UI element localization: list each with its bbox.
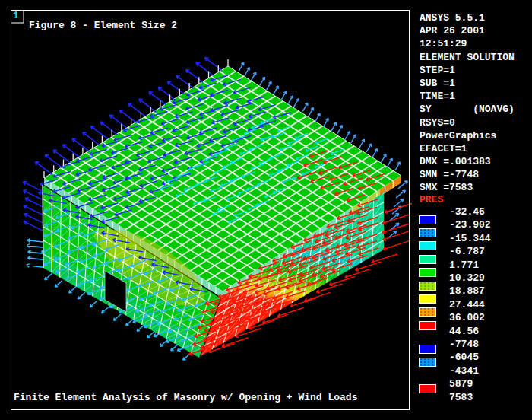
legend-value: 44.56: [449, 326, 479, 336]
legend-swatch: [419, 307, 436, 317]
legend-swatch: [419, 268, 436, 277]
legend-swatch: [419, 321, 436, 330]
legend-swatch: [419, 255, 436, 264]
legend-swatch: [419, 282, 436, 291]
sidebar-line: SMN =-7748: [420, 168, 515, 181]
arrow-field-left-edge-cyan: [27, 239, 45, 268]
legend-swatch: [419, 215, 436, 224]
sidebar-line: ELEMENT SOLUTION: [420, 51, 515, 64]
sidebar-line: SY (NOAVG): [420, 103, 515, 116]
sidebar-line: EFACET=1: [420, 142, 515, 155]
legend-value: 1.771: [449, 260, 479, 270]
legend-swatch: [419, 345, 436, 354]
legend-value: 7583: [449, 393, 473, 402]
legend-swatch: [419, 228, 436, 237]
legend-value: 10.329: [449, 273, 485, 283]
legend-swatch: [419, 294, 436, 304]
legend-value: 5879: [449, 379, 473, 389]
legend-value: -6045: [449, 352, 479, 362]
legend-value: -23.902: [449, 220, 491, 230]
info-sidebar: ANSYS 5.5.1APR 26 200112:51:29ELEMENT SO…: [420, 11, 515, 195]
legend-value: -32.46: [449, 207, 485, 217]
figure-title: Figure 8 - Element Size 2: [29, 21, 177, 30]
sidebar-line: STEP=1: [420, 64, 515, 77]
legend-swatch: [419, 358, 436, 367]
pres-label: PRES: [420, 195, 443, 205]
legend-value: 36.002: [449, 313, 485, 323]
legend-value: 18.887: [449, 286, 485, 296]
window-number: 1: [13, 11, 19, 21]
sidebar-line: 12:51:29: [420, 37, 515, 50]
sidebar-line: SMX =7583: [420, 181, 515, 194]
sidebar-line: PowerGraphics: [420, 129, 515, 142]
ansys-application-screen: 1 Figure 8 - Element Size 2 ANSYS 5.5.1A…: [0, 0, 532, 420]
legend-value: -7748: [449, 339, 479, 349]
sidebar-line: APR 26 2001: [420, 24, 515, 37]
legend-swatch: [419, 384, 436, 393]
legend-value: -15.344: [449, 234, 491, 243]
sidebar-line: DMX =.001383: [420, 155, 515, 168]
legend-value: 27.444: [449, 300, 485, 310]
legend-value: -4341: [449, 366, 479, 376]
plot-caption: Finite Element Analysis of Masonry w/ Op…: [14, 393, 357, 402]
legend-swatch: [419, 241, 436, 250]
sidebar-line: RSYS=0: [420, 116, 515, 129]
arrow-field-left-edge-blue: [23, 182, 43, 231]
sidebar-line: TIME=1: [420, 90, 515, 103]
legend-value: -6.787: [449, 247, 485, 256]
sidebar-line: SUB =1: [420, 77, 515, 90]
sidebar-line: ANSYS 5.5.1: [420, 11, 515, 24]
